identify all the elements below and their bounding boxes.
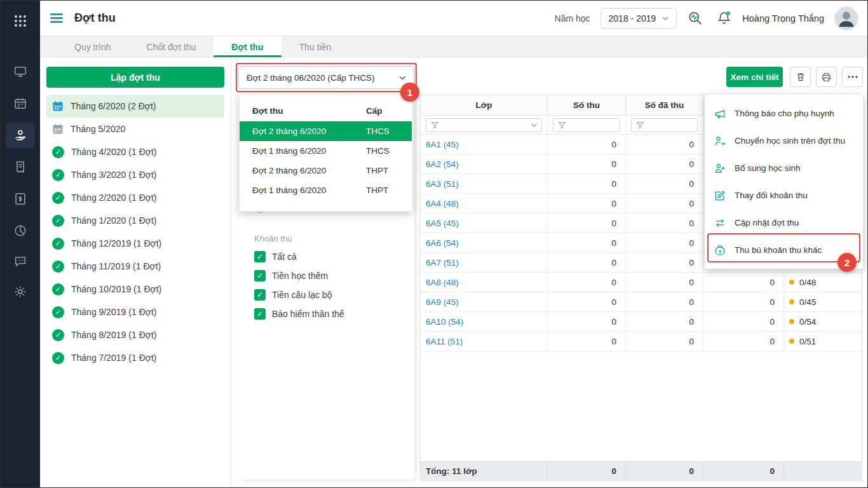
dropdown-option[interactable]: Đợt 2 tháng 6/2020 THPT: [240, 161, 412, 180]
month-item-label: Tháng 10/2019 (1 Đợt): [71, 284, 161, 294]
month-item[interactable]: ✓Tháng 2/2020 (1 Đợt): [46, 186, 224, 209]
footer-so-thu: 0: [548, 462, 626, 480]
menu-item-transfer-students[interactable]: Chuyển học sinh trên đợt thu: [705, 127, 863, 154]
bell-icon[interactable]: [716, 10, 732, 26]
class-link[interactable]: 6A1 (45): [426, 140, 459, 149]
col4-cell: 0: [703, 273, 784, 292]
option-level: THCS: [366, 146, 412, 156]
month-item-label: Tháng 8/2019 (1 Đợt): [71, 330, 156, 340]
search-pulse-icon[interactable]: [687, 10, 706, 27]
so-da-thu-cell: 0: [626, 253, 703, 272]
more-icon[interactable]: [842, 67, 863, 87]
checkbox-checked-icon: ✓: [254, 308, 266, 320]
funnel-icon: [636, 121, 644, 129]
dropdown-option[interactable]: Đợt 1 tháng 6/2020 THCS: [240, 141, 412, 161]
receipt-icon[interactable]: [1, 154, 40, 180]
view-detail-button[interactable]: Xem chi tiết: [726, 67, 783, 87]
collection-module-icon[interactable]: [6, 123, 35, 148]
class-link[interactable]: 6A3 (51): [426, 179, 459, 189]
month-item[interactable]: ✓Tháng 3/2020 (1 Đợt): [46, 163, 224, 186]
menu-item-add-students[interactable]: Bổ sung học sinh: [705, 154, 863, 182]
class-link[interactable]: 6A7 (51): [426, 258, 459, 268]
fee-checkbox-item[interactable]: ✓Tiền học thêm: [254, 266, 407, 285]
lop-filter-select[interactable]: [426, 118, 542, 132]
month-item[interactable]: Tháng 5/2020: [46, 118, 224, 140]
invoice-icon[interactable]: [1, 186, 40, 212]
class-link[interactable]: 6A5 (45): [426, 219, 459, 228]
so-thu-filter[interactable]: [553, 118, 620, 132]
month-item[interactable]: ✓Tháng 9/2019 (1 Đợt): [46, 301, 224, 323]
class-link[interactable]: 6A8 (48): [426, 278, 459, 287]
settings-gear-icon[interactable]: [1, 279, 40, 304]
tab-chot-dot-thu[interactable]: Chốt đợt thu: [129, 36, 214, 57]
annotation-badge-step1: 1: [400, 83, 419, 102]
class-link[interactable]: 6A11 (51): [426, 337, 463, 346]
class-link[interactable]: 6A10 (54): [426, 317, 463, 327]
dropdown-option-selected[interactable]: Đợt 2 tháng 6/2020 THCS: [240, 121, 412, 141]
calendar-blue-icon: [52, 100, 64, 112]
so-da-thu-filter[interactable]: [631, 118, 698, 132]
fee-checkbox-item[interactable]: ✓Tất cả: [254, 247, 407, 266]
menu-item-label: Thông báo cho phụ huynh: [735, 109, 834, 118]
month-item[interactable]: ✓Tháng 12/2019 (1 Đợt): [46, 232, 224, 255]
class-link[interactable]: 6A2 (54): [426, 159, 459, 169]
footer-col4: 0: [703, 462, 784, 480]
chat-icon[interactable]: [1, 248, 40, 274]
table-row: 6A9 (45) 0 0 0 0/45: [421, 292, 862, 312]
trash-icon[interactable]: [790, 67, 811, 87]
status-dot-icon: [789, 319, 794, 324]
class-link[interactable]: 6A9 (45): [426, 297, 459, 307]
month-item-selected[interactable]: Tháng 6/2020 (2 Đợt): [46, 95, 224, 118]
table-row: 6A8 (48) 0 0 0 0/48: [421, 273, 862, 292]
month-item[interactable]: ✓Tháng 1/2020 (1 Đợt): [46, 209, 224, 232]
tab-dot-thu[interactable]: Đợt thu: [214, 36, 281, 57]
so-thu-cell: 0: [548, 233, 626, 252]
tab-strip: Quy trình Chốt đợt thu Đợt thu Thu tiền: [40, 36, 867, 58]
calendar-fees-icon[interactable]: [1, 91, 40, 116]
so-thu-cell: 0: [548, 292, 626, 311]
create-period-button[interactable]: Lập đợt thu: [46, 67, 224, 88]
col-dot-thu-header: Đợt thu: [252, 106, 366, 116]
menu-item-label: Cập nhật đợt thu: [735, 218, 799, 227]
menu-item-notify-parents[interactable]: Thông báo cho phụ huynh: [705, 100, 863, 127]
person-plus-icon: [714, 162, 726, 175]
dashboard-monitor-icon[interactable]: [1, 59, 40, 85]
header-so-thu: Số thu: [548, 95, 626, 115]
check-circle-icon: ✓: [52, 261, 64, 273]
month-item[interactable]: ✓Tháng 7/2019 (1 Đợt): [46, 346, 224, 369]
period-select[interactable]: Đợt 2 tháng 06/2020 (Cấp THCS): [238, 66, 414, 89]
funnel-icon: [431, 121, 439, 129]
menu-item-label: Thu bù khoản thu khác: [735, 245, 822, 255]
dropdown-option[interactable]: Đợt 1 tháng 6/2020 THPT: [240, 180, 412, 200]
class-link[interactable]: 6A6 (54): [426, 238, 459, 248]
footer-so-da-thu: 0: [626, 462, 703, 480]
month-item[interactable]: ✓Tháng 8/2019 (1 Đợt): [46, 323, 224, 346]
dropdown-header-row: Đợt thu Cấp: [240, 100, 412, 121]
tab-quy-trinh[interactable]: Quy trình: [57, 36, 129, 57]
menu-icon[interactable]: [50, 11, 63, 25]
reports-pie-icon[interactable]: [1, 218, 40, 243]
more-actions-menu: Thông báo cho phụ huynh Chuyển học sinh …: [705, 95, 863, 269]
app-sidebar: [1, 1, 40, 488]
month-item[interactable]: ✓Tháng 4/2020 (1 Đợt): [46, 140, 224, 163]
fee-checkbox-item[interactable]: ✓Bảo hiểm thân thể: [254, 304, 407, 323]
so-thu-cell: 0: [548, 332, 626, 351]
fee-checkbox-item[interactable]: ✓Tiền câu lạc bộ: [254, 285, 407, 304]
year-select[interactable]: 2018 - 2019: [600, 8, 677, 29]
ratio-cell: 0/54: [784, 312, 862, 331]
ratio-cell: 0/45: [784, 292, 862, 311]
class-link[interactable]: 6A4 (48): [426, 199, 459, 208]
fees-list: ✓Tất cả ✓Tiền học thêm ✓Tiền câu lạc bộ …: [254, 247, 407, 323]
menu-item-change-fees[interactable]: Thay đổi khoản thu: [705, 182, 863, 209]
month-item[interactable]: ✓Tháng 11/2019 (1 Đợt): [46, 255, 224, 278]
tab-thu-tien[interactable]: Thu tiền: [281, 36, 349, 57]
month-item[interactable]: ✓Tháng 10/2019 (1 Đợt): [46, 278, 224, 301]
checkbox-checked-icon: ✓: [254, 289, 266, 301]
check-circle-icon: ✓: [52, 146, 64, 158]
menu-item-label: Chuyển học sinh trên đợt thu: [735, 136, 845, 146]
avatar[interactable]: [834, 6, 858, 30]
apps-grid-icon[interactable]: [1, 8, 40, 34]
so-thu-cell: 0: [548, 273, 626, 292]
menu-item-update-period[interactable]: Cập nhật đợt thu: [705, 209, 863, 236]
print-icon[interactable]: [816, 67, 837, 87]
